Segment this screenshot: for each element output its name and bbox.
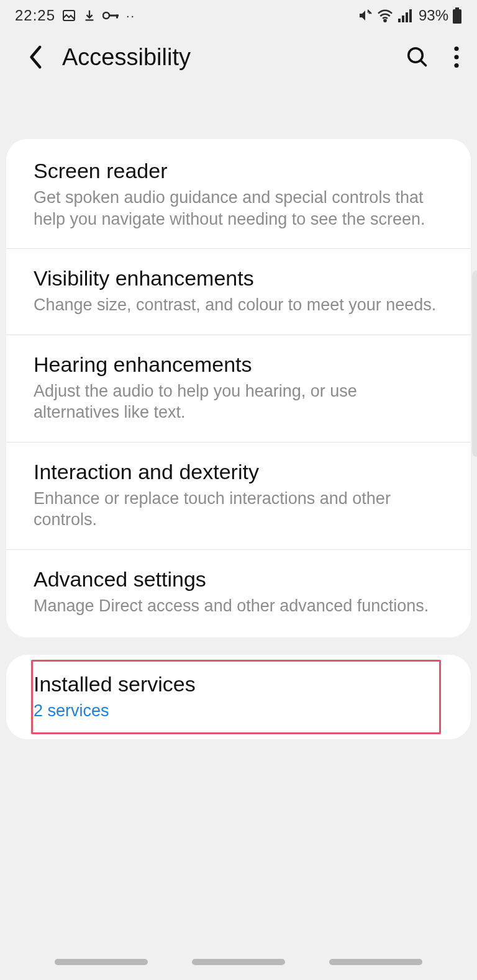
app-header: Accessibility	[0, 31, 477, 83]
more-options-button[interactable]	[453, 46, 460, 68]
svg-point-4	[384, 20, 386, 22]
wifi-icon	[376, 9, 394, 22]
battery-icon	[452, 7, 462, 24]
setting-interaction-dexterity[interactable]: Interaction and dexterity Enhance or rep…	[6, 443, 471, 550]
setting-title: Interaction and dexterity	[34, 460, 443, 484]
back-button[interactable]	[27, 45, 45, 70]
navigation-bar	[0, 959, 477, 971]
setting-description: Change size, contrast, and colour to mee…	[34, 294, 443, 316]
nav-home[interactable]	[192, 959, 285, 965]
search-button[interactable]	[406, 46, 429, 68]
setting-visibility-enhancements[interactable]: Visibility enhancements Change size, con…	[6, 249, 471, 335]
svg-rect-8	[409, 9, 412, 22]
status-bar: 22:25 ·· 93%	[0, 0, 477, 31]
svg-rect-10	[453, 9, 461, 24]
svg-rect-5	[398, 19, 401, 22]
installed-services-card: Installed services 2 services	[6, 655, 471, 739]
settings-card: Screen reader Get spoken audio guidance …	[6, 139, 471, 637]
setting-description: Adjust the audio to help you hearing, or…	[34, 380, 443, 423]
svg-point-14	[454, 63, 458, 68]
signal-icon	[398, 9, 412, 22]
nav-back[interactable]	[329, 959, 422, 965]
setting-screen-reader[interactable]: Screen reader Get spoken audio guidance …	[6, 142, 471, 249]
battery-percent: 93%	[419, 7, 448, 24]
svg-point-13	[454, 55, 458, 59]
status-bar-left: 22:25 ··	[15, 7, 135, 24]
svg-point-1	[103, 12, 109, 19]
setting-description: Get spoken audio guidance and special co…	[34, 187, 443, 230]
svg-rect-3	[116, 15, 118, 19]
nav-recents[interactable]	[55, 959, 148, 965]
page-title: Accessibility	[62, 44, 191, 71]
setting-title: Visibility enhancements	[34, 266, 443, 290]
more-notifications-icon: ··	[126, 9, 135, 23]
download-icon	[83, 9, 96, 22]
setting-title: Advanced settings	[34, 567, 443, 591]
svg-rect-7	[406, 12, 408, 22]
setting-hearing-enhancements[interactable]: Hearing enhancements Adjust the audio to…	[6, 335, 471, 443]
setting-description: Enhance or replace touch interactions an…	[34, 488, 443, 531]
setting-description: Manage Direct access and other advanced …	[34, 595, 443, 617]
vibrate-mute-icon	[358, 8, 373, 23]
setting-installed-services[interactable]: Installed services 2 services	[6, 657, 471, 737]
status-bar-right: 93%	[358, 7, 462, 24]
scroll-indicator	[472, 271, 477, 457]
setting-title: Hearing enhancements	[34, 353, 443, 377]
image-icon	[61, 8, 76, 23]
setting-subtitle: 2 services	[34, 700, 443, 722]
setting-title: Screen reader	[34, 159, 443, 183]
svg-point-12	[454, 47, 458, 51]
status-time: 22:25	[15, 7, 55, 24]
vpn-key-icon	[102, 11, 120, 20]
svg-rect-9	[455, 7, 459, 9]
setting-title: Installed services	[34, 672, 443, 696]
setting-advanced-settings[interactable]: Advanced settings Manage Direct access a…	[6, 550, 471, 636]
svg-rect-6	[402, 16, 404, 22]
